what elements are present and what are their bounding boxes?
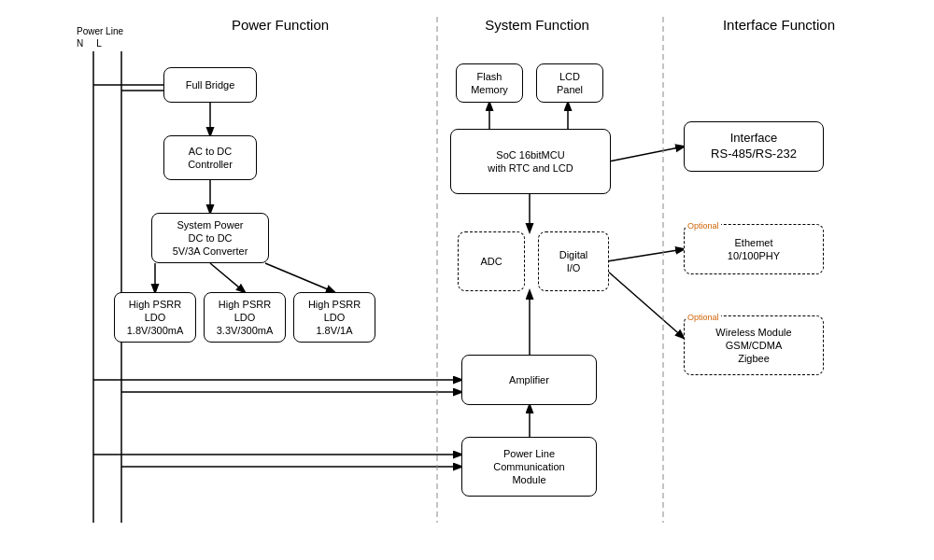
ac-dc-box: AC to DC Controller: [163, 135, 257, 180]
optional-label-wireless: Optional: [686, 313, 721, 322]
flash-memory-box: Flash Memory: [456, 63, 523, 103]
ldo3-box: High PSRR LDO 1.8V/1A: [293, 292, 375, 343]
lcd-panel-box: LCD Panel: [536, 63, 603, 103]
diagram: Power Line N L Power Function System Fun…: [0, 0, 934, 560]
interface-rs485-box: Interface RS-485/RS-232: [684, 121, 824, 172]
power-function-title: Power Function: [149, 17, 411, 33]
ldo1-box: High PSRR LDO 1.8V/300mA: [114, 292, 196, 343]
adc-box: ADC: [458, 231, 525, 291]
amplifier-box: Amplifier: [461, 355, 597, 405]
wireless-box: Wireless Module GSM/CDMA Zigbee: [684, 315, 824, 375]
svg-line-13: [607, 249, 684, 261]
soc-mcu-box: SoC 16bitMCU with RTC and LCD: [450, 129, 611, 194]
interface-function-title: Interface Function: [652, 17, 906, 33]
svg-line-14: [607, 271, 684, 338]
ethernet-box: Ethemet 10/100PHY: [684, 224, 824, 274]
optional-label-ethernet: Optional: [686, 221, 721, 231]
ldo2-box: High PSRR LDO 3.3V/300mA: [204, 292, 286, 343]
sys-power-box: System Power DC to DC 5V/3A Converter: [151, 213, 269, 263]
full-bridge-box: Full Bridge: [163, 67, 257, 103]
digital-io-box: Digital I/O: [538, 231, 609, 291]
svg-line-8: [265, 263, 334, 292]
svg-line-7: [210, 263, 245, 292]
power-line-label: Power Line N L: [77, 26, 123, 49]
system-function-title: System Function: [430, 17, 644, 33]
plc-module-box: Power Line Communication Module: [461, 437, 597, 497]
svg-line-11: [609, 147, 684, 161]
